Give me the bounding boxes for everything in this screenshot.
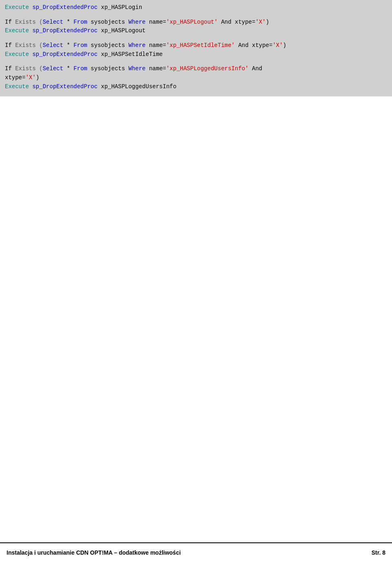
- empty-content-area: [0, 96, 392, 546]
- proc-name: sp_DropExtendedProc: [32, 51, 98, 58]
- code-line: If Exists (Select * From sysobjects Wher…: [5, 41, 387, 50]
- code-line: Execute sp_DropExtendedProc xp_HASPLogou…: [5, 27, 387, 36]
- code-text: name=: [146, 19, 166, 25]
- kw-if: If: [5, 42, 12, 49]
- code-text: And xtype=: [218, 19, 255, 25]
- code-text: ): [36, 74, 39, 81]
- code-area: Execute sp_DropExtendedProc xp_HASPLogin…: [0, 0, 392, 96]
- string-value: 'X': [25, 74, 36, 81]
- code-line: Execute sp_DropExtendedProc xp_HASPSetId…: [5, 50, 387, 59]
- proc-name: sp_DropExtendedProc: [32, 83, 98, 90]
- kw-if: If: [5, 19, 12, 25]
- code-text: ): [283, 42, 286, 49]
- code-text: Exists (: [12, 19, 43, 25]
- kw-from: From: [74, 65, 87, 72]
- code-line: Execute sp_DropExtendedProc xp_HASPLogge…: [5, 83, 387, 91]
- code-text: *: [63, 19, 74, 25]
- code-text: xp_HASPSetIdleTime: [98, 51, 163, 58]
- kw-if: If: [5, 65, 12, 72]
- kw-select: Select: [42, 65, 63, 72]
- code-line: xtype='X'): [5, 74, 387, 83]
- kw-select: Select: [42, 42, 63, 49]
- code-block-3: If Exists (Select * From sysobjects Wher…: [5, 41, 387, 59]
- proc-name: sp_DropExtendedProc: [32, 27, 98, 34]
- code-line: If Exists (Select * From sysobjects Wher…: [5, 18, 387, 27]
- keyword-execute: Execute: [5, 83, 29, 90]
- footer-title: Instalacja i uruchamianie CDN OPT!MA – d…: [7, 549, 181, 556]
- code-text: sysobjects: [87, 42, 129, 49]
- string-value: 'X': [272, 42, 283, 49]
- code-text: xp_HASPLogin: [98, 4, 142, 11]
- kw-where: Where: [129, 65, 146, 72]
- code-spacer-3: [5, 59, 387, 65]
- keyword-execute: Execute: [5, 4, 29, 11]
- code-block-1: Execute sp_DropExtendedProc xp_HASPLogin: [5, 3, 387, 12]
- proc-name: sp_DropExtendedProc: [32, 4, 98, 11]
- string-value: 'xp_HASPLoggedUsersInfo': [166, 65, 249, 72]
- code-block-2: If Exists (Select * From sysobjects Wher…: [5, 18, 387, 36]
- code-text: And: [249, 65, 263, 72]
- kw-select: Select: [42, 19, 63, 25]
- code-text: *: [63, 42, 74, 49]
- string-value: 'xp_HASPLogout': [166, 19, 218, 25]
- code-text: Exists (: [12, 42, 43, 49]
- code-line: If Exists (Select * From sysobjects Wher…: [5, 65, 387, 74]
- kw-from: From: [74, 19, 87, 25]
- string-value: 'X': [255, 19, 265, 25]
- keyword-execute: Execute: [5, 27, 29, 34]
- code-text: Exists (: [12, 65, 43, 72]
- string-value: 'xp_HASPSetIdleTime': [166, 42, 235, 49]
- kw-where: Where: [129, 42, 146, 49]
- code-text: *: [63, 65, 74, 72]
- code-text: And xtype=: [235, 42, 272, 49]
- footer: Instalacja i uruchamianie CDN OPT!MA – d…: [0, 542, 392, 562]
- code-line: Execute sp_DropExtendedProc xp_HASPLogin: [5, 3, 387, 12]
- code-text: xp_HASPLoggedUsersInfo: [98, 83, 176, 90]
- code-block-4: If Exists (Select * From sysobjects Wher…: [5, 65, 387, 91]
- kw-where: Where: [129, 19, 146, 25]
- footer-page: Str. 8: [372, 549, 385, 556]
- code-spacer-2: [5, 36, 387, 41]
- code-text: sysobjects: [87, 65, 129, 72]
- code-text: name=: [146, 42, 166, 49]
- code-text: xtype=: [5, 74, 25, 81]
- keyword-execute: Execute: [5, 51, 29, 58]
- code-spacer-1: [5, 12, 387, 18]
- code-text: name=: [146, 65, 166, 72]
- code-text: sysobjects: [87, 19, 129, 25]
- code-text: xp_HASPLogout: [98, 27, 146, 34]
- code-text: ): [266, 19, 269, 25]
- kw-from: From: [74, 42, 87, 49]
